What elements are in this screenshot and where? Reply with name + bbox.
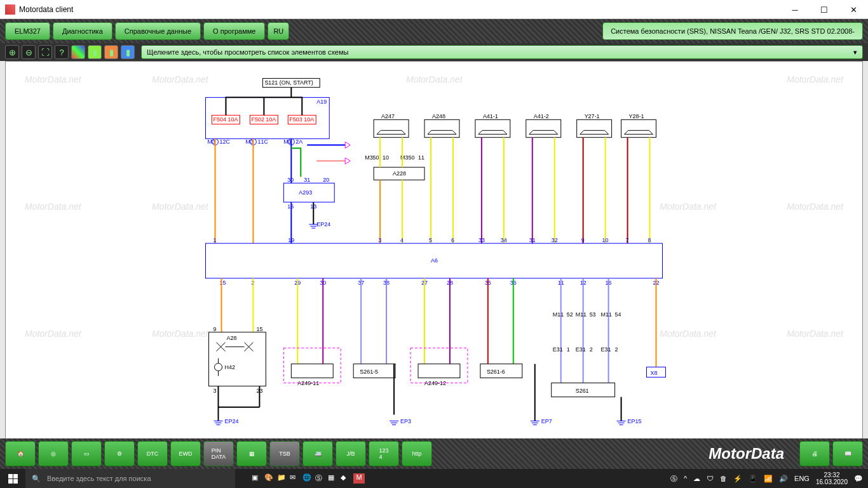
wifi-icon[interactable]: 📶 bbox=[764, 475, 773, 483]
svg-text:15: 15 bbox=[256, 326, 262, 332]
fuse-f503: F503 10A bbox=[288, 115, 316, 124]
svg-rect-34 bbox=[424, 119, 459, 137]
svg-rect-38 bbox=[526, 119, 561, 137]
top-modules: A247 A248 A41-1 A41-2 Y27-1 Y28-1 bbox=[374, 113, 656, 137]
tray-icon[interactable]: 🛡 bbox=[707, 475, 714, 482]
layer1-icon[interactable]: ▮ bbox=[88, 45, 102, 59]
svg-rect-110 bbox=[291, 364, 333, 378]
svg-text:31: 31 bbox=[304, 177, 310, 183]
svg-text:A6: A6 bbox=[431, 257, 438, 264]
ewd-button[interactable]: EWD bbox=[170, 441, 201, 466]
svg-text:8: 8 bbox=[648, 237, 651, 243]
tray-icon[interactable]: 🗑 bbox=[720, 475, 727, 482]
about-button[interactable]: О программе bbox=[203, 22, 265, 40]
tray-icon[interactable]: Ⓢ bbox=[670, 474, 677, 484]
clock[interactable]: 23:3216.03.2020 bbox=[816, 471, 848, 485]
language-button[interactable]: RU bbox=[268, 22, 289, 40]
svg-text:A41-2: A41-2 bbox=[534, 113, 549, 119]
svg-text:M11: M11 bbox=[553, 311, 564, 318]
lang-indicator[interactable]: ENG bbox=[794, 475, 810, 482]
svg-text:12C: 12C bbox=[220, 139, 231, 145]
elm-button[interactable]: ELM327 bbox=[5, 22, 50, 40]
svg-text:M11: M11 bbox=[576, 311, 587, 318]
svg-text:Y28-1: Y28-1 bbox=[629, 113, 644, 119]
svg-text:11: 11 bbox=[418, 154, 424, 161]
tray-icon[interactable]: 📱 bbox=[749, 475, 757, 483]
zoom-out-icon[interactable]: ⊖ bbox=[22, 45, 36, 59]
svg-text:M350: M350 bbox=[365, 154, 379, 161]
http-button[interactable]: http bbox=[402, 441, 432, 466]
tray-chevron-icon[interactable]: ^ bbox=[684, 475, 687, 482]
zoom-in-icon[interactable]: ⊕ bbox=[5, 45, 19, 59]
svg-text:30: 30 bbox=[287, 177, 294, 183]
reference-button[interactable]: Справочные данные bbox=[115, 22, 201, 40]
svg-text:S261-5: S261-5 bbox=[360, 369, 378, 375]
task-icon[interactable]: ▦ bbox=[328, 473, 338, 484]
book-button[interactable]: 📖 bbox=[832, 441, 863, 466]
svg-text:EP24: EP24 bbox=[224, 418, 238, 424]
print-button[interactable]: 🖨 bbox=[799, 441, 830, 466]
svg-text:M3: M3 bbox=[208, 139, 215, 145]
svg-text:11C: 11C bbox=[257, 139, 268, 145]
layer2-icon[interactable]: ▮ bbox=[104, 45, 118, 59]
svg-text:A247: A247 bbox=[381, 113, 395, 119]
diagnostics-button[interactable]: Диагностика bbox=[53, 22, 112, 40]
engine-button[interactable]: ◎ bbox=[38, 441, 69, 466]
svg-text:5: 5 bbox=[429, 237, 432, 243]
svg-text:33: 33 bbox=[478, 237, 485, 243]
home-button[interactable]: 🏠 bbox=[5, 441, 36, 466]
pindata-button[interactable]: PINDATA bbox=[203, 441, 234, 466]
tray-icon[interactable]: ☁ bbox=[693, 475, 700, 483]
svg-text:H42: H42 bbox=[224, 364, 234, 370]
window-title: Motordata client bbox=[19, 5, 73, 14]
svg-text:20: 20 bbox=[323, 177, 329, 183]
svg-rect-36 bbox=[475, 119, 510, 137]
svg-text:S261-6: S261-6 bbox=[487, 369, 505, 375]
notifications-icon[interactable]: 💬 bbox=[854, 475, 863, 483]
svg-text:31: 31 bbox=[529, 237, 536, 243]
task-icon[interactable]: 🌐 bbox=[302, 473, 313, 484]
svg-text:7: 7 bbox=[626, 237, 629, 243]
taskbar: 🔍 Введите здесь текст для поиска ▣ 🎨 📁 ✉… bbox=[0, 469, 868, 488]
hint-dropdown[interactable]: Щелкните здесь, чтобы просмотреть список… bbox=[141, 45, 863, 59]
scope-button[interactable]: ▦ bbox=[236, 441, 267, 466]
svg-text:EP24: EP24 bbox=[316, 221, 330, 227]
tsb-button[interactable]: TSB bbox=[269, 441, 300, 466]
tray-icon[interactable]: ⚡ bbox=[733, 475, 742, 483]
help-icon[interactable]: ? bbox=[55, 45, 69, 59]
start-button[interactable] bbox=[0, 469, 25, 488]
task-icon[interactable]: 📁 bbox=[277, 473, 287, 484]
svg-text:E31: E31 bbox=[601, 346, 611, 353]
diagram-canvas[interactable]: MotorData.net MotorData.net MotorData.ne… bbox=[5, 61, 863, 445]
volume-icon[interactable]: 🔊 bbox=[779, 475, 788, 483]
hint-text: Щелкните здесь, чтобы просмотреть список… bbox=[147, 48, 348, 56]
car-button[interactable]: 🚐 bbox=[302, 441, 333, 466]
svg-rect-120 bbox=[418, 364, 460, 378]
task-icon[interactable]: ✉ bbox=[290, 473, 300, 484]
taskbar-search[interactable]: 🔍 Введите здесь текст для поиска bbox=[25, 469, 235, 488]
minimize-button[interactable]: ─ bbox=[780, 0, 810, 19]
maximize-button[interactable]: ☐ bbox=[810, 0, 839, 19]
jb-button[interactable]: J/B bbox=[336, 441, 366, 466]
gear-button[interactable]: ⚙ bbox=[104, 441, 135, 466]
svg-text:53: 53 bbox=[590, 311, 596, 318]
num-button[interactable]: 1234 bbox=[369, 441, 399, 466]
task-icon[interactable]: M bbox=[353, 473, 365, 484]
task-icon[interactable]: ◆ bbox=[341, 473, 351, 484]
fit-icon[interactable]: ⛶ bbox=[38, 45, 52, 59]
svg-text:A19: A19 bbox=[316, 98, 327, 105]
svg-rect-40 bbox=[577, 119, 612, 137]
task-icon[interactable]: ▣ bbox=[252, 473, 262, 484]
task-icon[interactable]: Ⓢ bbox=[315, 473, 325, 484]
svg-text:1: 1 bbox=[567, 346, 570, 353]
close-button[interactable]: ✕ bbox=[839, 0, 868, 19]
svg-text:A41-1: A41-1 bbox=[483, 113, 498, 119]
svg-text:4: 4 bbox=[400, 237, 403, 243]
dtc-button[interactable]: DTC bbox=[137, 441, 168, 466]
task-icon[interactable]: 🎨 bbox=[264, 473, 275, 484]
color-icon[interactable] bbox=[71, 45, 85, 59]
svg-text:2A: 2A bbox=[295, 139, 302, 145]
layer3-icon[interactable]: ▮ bbox=[121, 45, 135, 59]
titlebar: Motordata client ─ ☐ ✕ bbox=[0, 0, 868, 19]
ecu-button[interactable]: ▭ bbox=[71, 441, 102, 466]
